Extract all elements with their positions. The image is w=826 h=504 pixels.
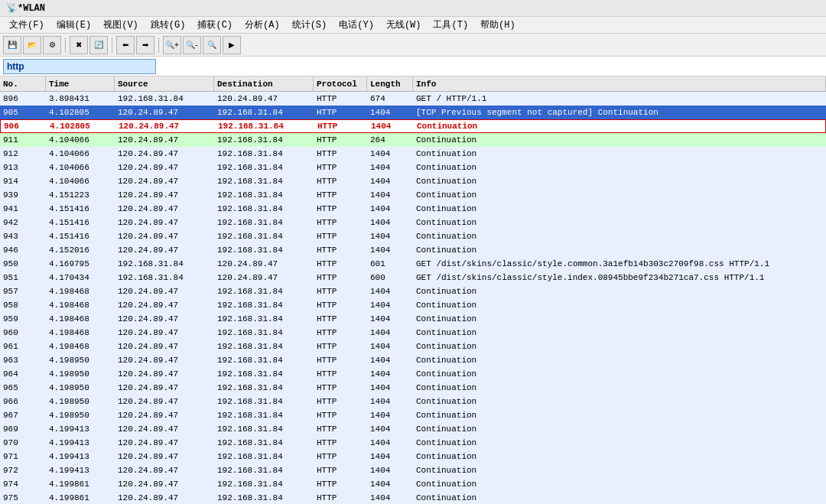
cell-no: 960 (0, 328, 46, 337)
cell-source: 120.24.89.47 (115, 369, 214, 379)
cell-time: 4.170434 (46, 273, 115, 282)
toolbar-reload[interactable]: 🔄 (89, 36, 108, 54)
toolbar-back[interactable]: ⬅ (116, 36, 135, 54)
cell-no: 975 (0, 493, 46, 502)
cell-dest: 192.168.31.84 (214, 369, 314, 379)
cell-info: Continuation (413, 411, 826, 420)
titlebar-label: *WLAN (18, 3, 45, 14)
menu-item-g[interactable]: 跳转(G) (145, 17, 192, 33)
cell-source: 120.24.89.47 (115, 356, 214, 365)
toolbar-open[interactable]: 📂 (23, 36, 41, 54)
col-header-length[interactable]: Length (367, 76, 413, 91)
cell-time: 4.198950 (46, 397, 115, 406)
toolbar-forward[interactable]: ➡ (136, 36, 154, 54)
cell-no: 966 (0, 397, 46, 406)
table-row[interactable]: 958 4.198468 120.24.89.47 192.168.31.84 … (0, 298, 826, 312)
table-row[interactable]: 913 4.104066 120.24.89.47 192.168.31.84 … (0, 161, 826, 174)
table-row[interactable]: 965 4.198950 120.24.89.47 192.168.31.84 … (0, 381, 826, 395)
cell-source: 120.24.89.47 (115, 232, 214, 241)
menu-item-t[interactable]: 工具(T) (427, 17, 474, 33)
cell-proto: HTTP (314, 411, 367, 420)
table-row[interactable]: 911 4.104066 120.24.89.47 192.168.31.84 … (0, 133, 826, 147)
col-header-protocol[interactable]: Protocol (314, 76, 367, 91)
toolbar-close[interactable]: ✖ (70, 36, 88, 54)
cell-no: 946 (0, 245, 46, 255)
table-row[interactable]: 970 4.199413 120.24.89.47 192.168.31.84 … (0, 436, 826, 450)
table-row[interactable]: 912 4.104066 120.24.89.47 192.168.31.84 … (0, 147, 826, 161)
menu-item-v[interactable]: 视图(V) (97, 17, 145, 33)
table-row[interactable]: 905 4.102805 120.24.89.47 192.168.31.84 … (0, 106, 826, 119)
cell-len: 1404 (367, 149, 413, 158)
table-row[interactable]: 951 4.170434 192.168.31.84 120.24.89.47 … (0, 271, 826, 285)
menu-item-s[interactable]: 统计(S) (286, 17, 333, 33)
table-row[interactable]: 963 4.198950 120.24.89.47 192.168.31.84 … (0, 353, 826, 367)
cell-source: 120.24.89.47 (115, 163, 214, 172)
table-row[interactable]: 966 4.198950 120.24.89.47 192.168.31.84 … (0, 395, 826, 408)
cell-len: 1404 (367, 356, 413, 365)
table-row[interactable]: 971 4.199413 120.24.89.47 192.168.31.84 … (0, 450, 826, 463)
table-row[interactable]: 959 4.198468 120.24.89.47 192.168.31.84 … (0, 312, 826, 326)
cell-source: 120.24.89.47 (115, 190, 214, 200)
table-row[interactable]: 943 4.151416 120.24.89.47 192.168.31.84 … (0, 229, 826, 243)
cell-no: 942 (0, 218, 46, 227)
toolbar-zoom-in[interactable]: 🔍+ (163, 36, 181, 54)
menu-item-y[interactable]: 电话(Y) (333, 17, 380, 33)
cell-source: 120.24.89.47 (115, 204, 214, 213)
cell-time: 4.198468 (46, 342, 115, 351)
toolbar-go[interactable]: ▶ (223, 36, 241, 54)
toolbar-sep-1 (65, 37, 66, 53)
menu-item-c[interactable]: 捕获(C) (191, 17, 239, 33)
table-row[interactable]: 961 4.198468 120.24.89.47 192.168.31.84 … (0, 340, 826, 353)
toolbar-search[interactable]: 🔍 (203, 36, 221, 54)
cell-no: 951 (0, 273, 46, 282)
cell-time: 4.198468 (46, 328, 115, 337)
cell-source: 120.24.89.47 (115, 122, 215, 131)
cell-info: Continuation (413, 177, 826, 186)
cell-dest: 192.168.31.84 (214, 204, 314, 213)
packet-list[interactable]: No. Time Source Destination Protocol Len… (0, 76, 826, 504)
toolbar-save[interactable]: 💾 (3, 36, 21, 54)
table-row[interactable]: 967 4.198950 120.24.89.47 192.168.31.84 … (0, 408, 826, 422)
table-row[interactable]: 969 4.199413 120.24.89.47 192.168.31.84 … (0, 422, 826, 436)
menu-item-a[interactable]: 分析(A) (239, 17, 286, 33)
menu-item-h[interactable]: 帮助(H) (474, 17, 522, 33)
table-row[interactable]: 914 4.104066 120.24.89.47 192.168.31.84 … (0, 174, 826, 188)
cell-proto: HTTP (314, 163, 367, 172)
cell-proto: HTTP (314, 122, 368, 131)
menu-item-w[interactable]: 无线(W) (380, 17, 428, 33)
cell-len: 674 (367, 94, 413, 103)
toolbar-settings[interactable]: ⚙ (43, 36, 61, 54)
cell-len: 1404 (367, 163, 413, 172)
col-header-no[interactable]: No. (0, 76, 46, 91)
table-row[interactable]: 946 4.152016 120.24.89.47 192.168.31.84 … (0, 243, 826, 257)
cell-no: 967 (0, 411, 46, 420)
table-row[interactable]: 974 4.199861 120.24.89.47 192.168.31.84 … (0, 477, 826, 491)
col-header-info[interactable]: Info (413, 76, 826, 91)
menu-item-f[interactable]: 文件(F) (3, 17, 50, 33)
table-row[interactable]: 972 4.199413 120.24.89.47 192.168.31.84 … (0, 463, 826, 477)
table-row[interactable]: 957 4.198468 120.24.89.47 192.168.31.84 … (0, 285, 826, 298)
table-row[interactable]: 960 4.198468 120.24.89.47 192.168.31.84 … (0, 326, 826, 340)
cell-source: 120.24.89.47 (115, 411, 214, 420)
table-row[interactable]: 939 4.151223 120.24.89.47 192.168.31.84 … (0, 188, 826, 202)
cell-time: 4.198950 (46, 356, 115, 365)
table-row[interactable]: 906 4.102805 120.24.89.47 192.168.31.84 … (0, 119, 826, 133)
cell-no: 912 (0, 149, 46, 158)
menu-item-e[interactable]: 编辑(E) (50, 17, 98, 33)
cell-len: 1404 (367, 411, 413, 420)
toolbar-zoom-out[interactable]: 🔍- (183, 36, 201, 54)
cell-dest: 192.168.31.84 (214, 356, 314, 365)
col-header-time[interactable]: Time (46, 76, 115, 91)
cell-dest: 192.168.31.84 (214, 314, 314, 324)
table-row[interactable]: 942 4.151416 120.24.89.47 192.168.31.84 … (0, 216, 826, 229)
table-row[interactable]: 964 4.198950 120.24.89.47 192.168.31.84 … (0, 367, 826, 381)
table-row[interactable]: 975 4.199861 120.24.89.47 192.168.31.84 … (0, 491, 826, 504)
col-header-source[interactable]: Source (115, 76, 214, 91)
table-row[interactable]: 950 4.169795 192.168.31.84 120.24.89.47 … (0, 257, 826, 271)
filter-input[interactable] (3, 59, 156, 74)
cell-source: 120.24.89.47 (115, 466, 214, 475)
cell-source: 120.24.89.47 (115, 328, 214, 337)
table-row[interactable]: 896 3.898431 192.168.31.84 120.24.89.47 … (0, 92, 826, 106)
col-header-destination[interactable]: Destination (214, 76, 314, 91)
table-row[interactable]: 941 4.151416 120.24.89.47 192.168.31.84 … (0, 202, 826, 216)
